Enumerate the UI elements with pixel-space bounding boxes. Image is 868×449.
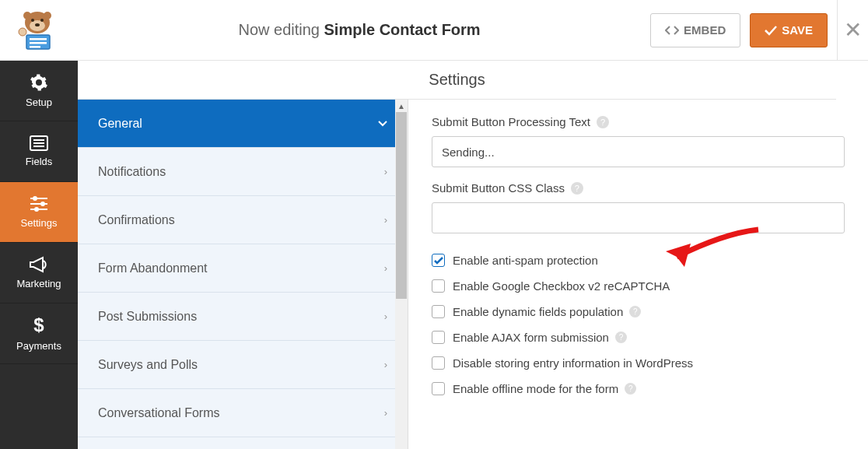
sub-label: Conversational Forms — [98, 406, 220, 420]
chevron-right-icon: › — [384, 310, 387, 322]
svg-point-5 — [40, 19, 44, 22]
top-bar: Now editing Simple Contact Form EMBED SA… — [0, 0, 868, 61]
checkbox-label: Disable storing entry information in Wor… — [453, 356, 693, 370]
help-icon[interactable]: ? — [571, 182, 583, 195]
help-icon[interactable]: ? — [629, 306, 641, 317]
checkbox-ajax[interactable]: Enable AJAX form submission ? — [432, 331, 845, 344]
tab-label: Fields — [26, 156, 53, 167]
checkbox-icon — [432, 305, 445, 318]
sub-label: Post Submissions — [98, 310, 197, 324]
help-icon[interactable]: ? — [615, 331, 627, 343]
checkbox-dynamic-fields[interactable]: Enable dynamic fields population ? — [432, 305, 845, 318]
svg-point-19 — [40, 202, 45, 206]
checkbox-label: Enable offline mode for the form — [453, 382, 618, 395]
chevron-right-icon: › — [384, 262, 387, 274]
editing-title: Now editing Simple Contact Form — [68, 21, 650, 39]
css-class-input[interactable] — [432, 202, 845, 233]
close-icon[interactable]: ✕ — [837, 0, 868, 61]
svg-point-17 — [33, 196, 37, 201]
sub-general[interactable]: General — [78, 100, 408, 148]
checkbox-icon — [432, 331, 445, 344]
chevron-right-icon: › — [384, 166, 387, 177]
panel-title: Settings — [78, 61, 836, 100]
svg-point-6 — [35, 23, 40, 26]
svg-point-4 — [31, 19, 34, 22]
sub-label: General — [98, 117, 142, 131]
css-class-label: Submit Button CSS Class ? — [432, 181, 845, 195]
processing-text-input[interactable] — [432, 136, 845, 167]
chevron-right-icon: › — [384, 359, 387, 370]
tab-label: Setup — [26, 96, 52, 108]
sub-label: Notifications — [98, 165, 166, 179]
scrollbar[interactable]: ▲ — [395, 100, 408, 449]
sub-label: Confirmations — [98, 213, 175, 227]
sub-notifications[interactable]: Notifications › — [78, 148, 408, 196]
scroll-up-icon[interactable]: ▲ — [396, 100, 407, 111]
checkbox-icon — [432, 356, 445, 370]
checkbox-label: Enable dynamic fields population — [453, 305, 623, 318]
save-button[interactable]: SAVE — [750, 13, 828, 47]
sub-label: Surveys and Polls — [98, 358, 198, 372]
tab-fields[interactable]: Fields — [0, 121, 78, 182]
embed-button[interactable]: EMBED — [650, 13, 740, 47]
chevron-down-icon — [378, 118, 387, 129]
svg-rect-8 — [30, 38, 47, 40]
sub-form-abandonment[interactable]: Form Abandonment › — [78, 244, 408, 293]
checkbox-label: Enable anti-spam protection — [453, 254, 598, 267]
sub-surveys-polls[interactable]: Surveys and Polls › — [78, 341, 408, 389]
tab-label: Settings — [21, 217, 58, 229]
sub-label: Form Abandonment — [98, 261, 208, 275]
tab-setup[interactable]: Setup — [0, 61, 78, 121]
checkbox-disable-storing[interactable]: Disable storing entry information in Wor… — [432, 356, 845, 370]
checkbox-icon — [432, 254, 445, 267]
svg-point-11 — [19, 28, 26, 36]
checkbox-icon — [432, 279, 445, 293]
svg-point-2 — [44, 12, 51, 19]
logo — [6, 7, 68, 54]
processing-text-label: Submit Button Processing Text ? — [432, 115, 845, 128]
sub-conversational-forms[interactable]: Conversational Forms › — [78, 389, 408, 437]
svg-text:$: $ — [33, 315, 44, 335]
svg-rect-9 — [30, 42, 47, 44]
vertical-tabs: Setup Fields Settings Marketing $ Paymen… — [0, 61, 78, 449]
help-icon[interactable]: ? — [597, 116, 609, 128]
tab-label: Payments — [16, 340, 61, 352]
checkbox-label: Enable AJAX form submission — [453, 331, 609, 344]
help-icon[interactable]: ? — [625, 383, 636, 395]
chevron-right-icon: › — [384, 407, 387, 419]
tab-label: Marketing — [16, 278, 61, 289]
svg-rect-10 — [30, 46, 40, 48]
tab-payments[interactable]: $ Payments — [0, 303, 78, 364]
checkbox-icon — [432, 382, 445, 395]
tab-settings[interactable]: Settings — [0, 182, 78, 243]
checkbox-recaptcha[interactable]: Enable Google Checkbox v2 reCAPTCHA — [432, 279, 845, 293]
tab-marketing[interactable]: Marketing — [0, 243, 78, 303]
chevron-right-icon: › — [384, 214, 387, 226]
sub-confirmations[interactable]: Confirmations › — [78, 196, 408, 244]
checkbox-label: Enable Google Checkbox v2 reCAPTCHA — [453, 279, 670, 293]
scroll-thumb[interactable] — [396, 112, 407, 299]
checkbox-offline[interactable]: Enable offline mode for the form ? — [432, 382, 845, 395]
sub-post-submissions[interactable]: Post Submissions › — [78, 293, 408, 341]
svg-point-1 — [23, 12, 31, 19]
svg-point-21 — [34, 207, 39, 212]
settings-subpanel: Settings General Notifications › Confirm… — [78, 61, 408, 449]
checkbox-antispam[interactable]: Enable anti-spam protection — [432, 254, 845, 267]
settings-content: Submit Button Processing Text ? Submit B… — [408, 100, 868, 449]
